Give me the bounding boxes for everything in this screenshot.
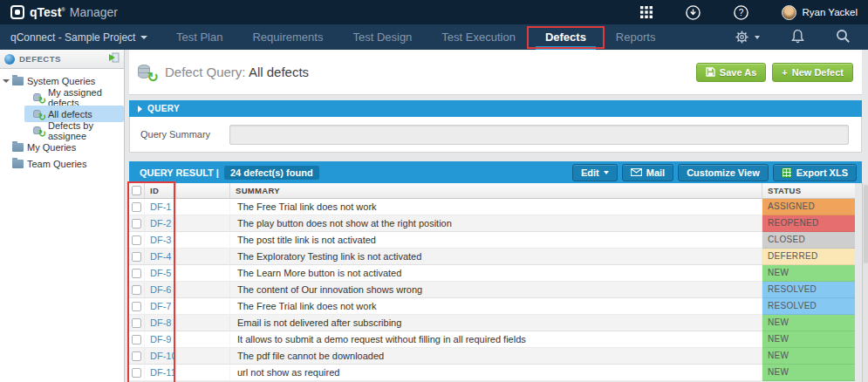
status-badge: CLOSED (762, 232, 855, 249)
defect-summary: It allows to submit a demo request witho… (230, 331, 762, 348)
query-result-label: QUERY RESULT | (134, 167, 219, 178)
defect-checkbox[interactable] (132, 335, 141, 344)
top-bar: qTest® Manager ? Ryan Yackel (0, 0, 868, 24)
sidebar-item-my-queries[interactable]: My Queries (0, 139, 124, 155)
column-header-spacer (176, 183, 230, 198)
query-section-header[interactable]: QUERY (129, 100, 862, 117)
defect-row[interactable]: DF-1The Free Trial link does not workASS… (129, 199, 855, 215)
customize-view-button[interactable]: Customize View (678, 164, 769, 181)
search-icon[interactable] (836, 29, 851, 46)
brand-name: qTest® (30, 5, 65, 19)
save-as-button[interactable]: Save As (696, 63, 766, 82)
sidebar-item-team-queries[interactable]: Team Queries (0, 155, 124, 172)
defect-id-link[interactable]: DF-5 (145, 268, 171, 278)
query-summary-input[interactable] (229, 125, 849, 145)
nav-item-test-execution[interactable]: Test Execution (427, 24, 530, 50)
defect-row[interactable]: DF-5The Learn More button is not activat… (129, 265, 855, 282)
defect-row[interactable]: DF-8Email is not delivered after subscri… (129, 315, 855, 331)
tree-expand-caret-icon[interactable] (3, 79, 10, 83)
nav-item-test-design[interactable]: Test Design (338, 24, 427, 50)
defect-checkbox[interactable] (132, 202, 141, 212)
defect-summary: The content of Our innovation shows wron… (230, 282, 762, 298)
defect-checkbox[interactable] (132, 235, 141, 245)
defect-row[interactable]: DF-11url not show as requiredNEW (129, 365, 855, 381)
defect-summary: The Exploratory Testing link is not acti… (230, 249, 762, 265)
defect-id-link[interactable]: DF-2 (145, 218, 171, 229)
defect-id-link[interactable]: DF-10 (145, 351, 176, 361)
query-icon: ↻ (33, 92, 44, 103)
defect-row[interactable]: DF-10The pdf file cannot be downloadedNE… (129, 348, 855, 365)
defect-row[interactable]: DF-6The content of Our innovation shows … (129, 282, 855, 298)
defect-checkbox[interactable] (132, 318, 141, 328)
apps-grid-icon[interactable] (640, 6, 653, 18)
nav-item-reports[interactable]: Reports (601, 24, 671, 50)
user-menu[interactable]: Ryan Yackel (782, 5, 858, 20)
expand-arrow-icon (138, 106, 142, 113)
defect-id-link[interactable]: DF-9 (145, 334, 171, 344)
column-header-summary[interactable]: SUMMARY (230, 183, 762, 198)
defect-checkbox[interactable] (132, 252, 141, 262)
defect-row[interactable]: DF-4The Exploratory Testing link is not … (129, 249, 855, 265)
defect-id-link[interactable]: DF-3 (145, 235, 171, 245)
query-icon: ↻ (33, 109, 44, 119)
defect-checkbox[interactable] (132, 269, 141, 278)
status-badge: DEFERRED (762, 249, 855, 265)
page-title-value: All defects (249, 65, 309, 79)
defect-id-link[interactable]: DF-1 (145, 201, 171, 212)
defect-checkbox[interactable] (132, 302, 141, 311)
nav-item-defects[interactable]: Defects (530, 24, 601, 50)
defect-checkbox[interactable] (132, 219, 141, 229)
folder-icon (12, 143, 24, 152)
defect-id-link[interactable]: DF-6 (145, 284, 171, 295)
status-badge: RESOLVED (762, 298, 855, 315)
defect-summary: url not show as required (230, 365, 762, 381)
sidebar: DEFECTS System Queries↻My assigned defec… (0, 50, 125, 382)
defect-id-link[interactable]: DF-7 (145, 301, 171, 311)
sidebar-item-my-assigned-defects[interactable]: ↻My assigned defects (0, 89, 124, 106)
defect-row[interactable]: DF-3The post title link is not activated… (129, 232, 855, 249)
sidebar-item-label: All defects (48, 109, 92, 119)
new-defect-button[interactable]: + New Defect (772, 63, 853, 82)
query-summary-label: Query Summary (140, 129, 229, 140)
status-badge: ASSIGNED (762, 199, 855, 215)
mail-button[interactable]: Mail (622, 164, 673, 181)
folder-icon (12, 160, 24, 168)
defect-row[interactable]: DF-7The Free Trial link does not workRES… (129, 298, 855, 315)
column-header-status[interactable]: STATUS (762, 183, 855, 198)
defect-checkbox[interactable] (132, 368, 141, 378)
defect-id-link[interactable]: DF-11 (145, 367, 176, 378)
defect-id-link[interactable]: DF-8 (145, 317, 171, 328)
help-icon[interactable]: ? (734, 5, 748, 20)
sidebar-item-label: System Queries (27, 76, 95, 86)
defect-summary: The Free Trial link does not work (230, 298, 762, 315)
edit-button[interactable]: Edit (572, 164, 618, 181)
spacer-cell (176, 199, 230, 215)
nav-item-requirements[interactable]: Requirements (237, 24, 338, 50)
collapse-panel-icon[interactable] (107, 52, 120, 65)
export-xls-button[interactable]: Export XLS (773, 164, 857, 181)
defect-row[interactable]: DF-2The play button does not show at the… (129, 215, 855, 232)
settings-menu[interactable] (735, 30, 760, 44)
select-all-checkbox[interactable] (132, 186, 141, 195)
status-badge: REOPENED (762, 215, 855, 232)
defect-summary: The Free Trial link does not work (230, 199, 762, 215)
notifications-bell-icon[interactable] (791, 29, 804, 46)
sidebar-item-defects-by-assignee[interactable]: ↻Defects by assignee (0, 122, 124, 139)
sidebar-header: DEFECTS (0, 50, 124, 69)
query-results-section: QUERY RESULT | 24 defect(s) found Edit M… (129, 161, 862, 381)
nav-item-test-plan[interactable]: Test Plan (161, 24, 237, 50)
defect-checkbox[interactable] (132, 285, 141, 295)
project-selector[interactable]: qConnect - Sample Project (0, 24, 158, 50)
vertical-scrollbar[interactable] (862, 183, 868, 382)
customize-view-label: Customize View (687, 167, 760, 178)
defect-id-link[interactable]: DF-4 (145, 251, 171, 262)
query-section-label: QUERY (147, 104, 180, 113)
download-icon[interactable] (686, 5, 701, 20)
defect-summary: The Learn More button is not activated (230, 265, 762, 282)
defect-checkbox[interactable] (132, 351, 141, 361)
page-title: Defect Query: All defects (165, 65, 309, 79)
spacer-cell (176, 265, 230, 282)
column-header-id[interactable]: ID (145, 183, 176, 198)
user-avatar[interactable] (782, 5, 796, 20)
defect-row[interactable]: DF-9It allows to submit a demo request w… (129, 331, 855, 348)
